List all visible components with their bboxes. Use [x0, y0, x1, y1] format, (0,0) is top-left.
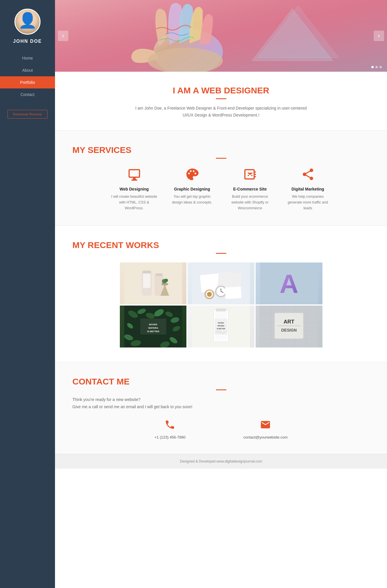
intro-section: I AM A WEB DESIGNER I am John Doe, a Fre…: [55, 72, 387, 130]
download-resume-button[interactable]: Download Resume: [8, 110, 47, 119]
sidebar-name: JOHN DOE: [13, 39, 42, 44]
svg-text:IS BETTER: IS BETTER: [217, 328, 225, 330]
work-item-4[interactable]: BOXED WATERA IS BETTER: [120, 306, 187, 347]
footer-text: Designed & Developed www.digitaldesignjo…: [180, 459, 262, 463]
svg-rect-9: [143, 273, 150, 288]
main-content: ‹ › I AM A WEB DESIGNER I am John Doe, a…: [55, 0, 387, 588]
slider-prev-button[interactable]: ‹: [58, 31, 68, 41]
intro-title-plain: I AM A: [173, 86, 201, 95]
hero-illustration: [55, 0, 387, 72]
slider-dot-1[interactable]: [371, 66, 374, 68]
service-web-designing: Web Designing I will create beautiful we…: [111, 167, 157, 211]
speaker-icon: [285, 167, 331, 183]
works-section: MY RECENT WORKS: [55, 226, 387, 362]
services-section: MY SERVICES Web Designing I will create …: [55, 131, 387, 225]
contact-section: CONTACT ME Think you're ready for a new …: [55, 362, 387, 454]
service-graphic-name: Graphic Designing: [169, 187, 215, 191]
slider-dots: [371, 66, 382, 68]
services-title-plain: MY: [72, 145, 88, 155]
svg-rect-8: [142, 271, 151, 273]
sidebar-item-home[interactable]: Home: [0, 52, 55, 64]
svg-rect-25: [225, 286, 241, 299]
work-item-2[interactable]: [188, 262, 254, 304]
hero-slider: ‹ ›: [55, 0, 387, 72]
slider-next-button[interactable]: ›: [374, 31, 384, 41]
slider-dot-3[interactable]: [379, 66, 382, 68]
svg-text:A: A: [280, 269, 298, 298]
service-ecommerce: E-Commerce Site Build your ecommerce web…: [227, 167, 273, 211]
svg-text:BOXED: BOXED: [218, 322, 224, 324]
svg-text:IS BETTER: IS BETTER: [147, 330, 159, 333]
contact-subtitle: Think you're ready for a new website? Gi…: [72, 396, 370, 411]
service-marketing-name: Digital Marketing: [285, 187, 331, 191]
contact-phone: +1 (123) 456-7890: [155, 419, 186, 439]
phone-icon: [164, 419, 175, 433]
cart-icon: [227, 167, 273, 183]
service-graphic-desc: You will get top graphic design ideas & …: [169, 194, 215, 205]
services-grid: Web Designing I will create beautiful we…: [72, 167, 370, 211]
works-title: MY RECENT WORKS: [72, 240, 370, 250]
works-underline: [216, 253, 226, 254]
work-item-1[interactable]: [120, 262, 187, 304]
avatar: [14, 9, 41, 35]
svg-text:WATERA: WATERA: [148, 327, 158, 329]
svg-text:DESIGN: DESIGN: [281, 328, 297, 332]
service-web-name: Web Designing: [111, 187, 157, 191]
intro-underline: [216, 98, 226, 99]
contact-underline: [216, 389, 226, 390]
monitor-icon: [111, 167, 157, 183]
footer: Designed & Developed www.digitaldesignjo…: [55, 454, 387, 469]
contact-email-value: contact@yourwebsite.com: [243, 435, 288, 439]
svg-point-15: [164, 279, 168, 282]
email-icon: [260, 419, 271, 433]
service-graphic-designing: Graphic Designing You will get top graph…: [169, 167, 215, 211]
works-title-plain: MY RECENT: [72, 240, 126, 250]
svg-rect-6: [124, 262, 182, 304]
work-item-5[interactable]: BOXED WATERA IS BETTER: [188, 306, 254, 347]
svg-text:ART: ART: [284, 319, 294, 325]
service-ecommerce-desc: Build your ecommerce website with Shopif…: [227, 194, 273, 211]
slider-dot-2[interactable]: [375, 66, 378, 68]
works-title-accent: WORKS: [126, 240, 159, 250]
services-underline: [216, 158, 226, 159]
service-digital-marketing: Digital Marketing We help companies gene…: [285, 167, 331, 211]
svg-text:WATERA: WATERA: [218, 325, 224, 327]
sidebar-item-about[interactable]: About: [0, 64, 55, 76]
intro-title-accent: WEB DESIGNER: [201, 86, 269, 95]
intro-description: I am John Doe, a Freelance Web Designer …: [134, 105, 308, 119]
palette-icon: [169, 167, 215, 183]
sidebar-item-contact[interactable]: Contact: [0, 88, 55, 101]
sidebar: JOHN DOE Home About Portfolio Contact Do…: [0, 0, 55, 588]
service-marketing-desc: We help companies generate more traffic …: [285, 194, 331, 211]
contact-methods: +1 (123) 456-7890 contact@yourwebsite.co…: [72, 419, 370, 439]
contact-email: contact@yourwebsite.com: [243, 419, 288, 439]
svg-text:BOXED: BOXED: [149, 323, 157, 326]
services-title: MY SERVICES: [72, 145, 370, 155]
sidebar-item-portfolio[interactable]: Portfolio: [0, 76, 55, 88]
works-grid: A: [120, 262, 322, 347]
work-item-3[interactable]: A: [256, 262, 322, 304]
service-web-desc: I will create beautiful website with HTM…: [111, 194, 157, 211]
work-item-6[interactable]: ART DESIGN: [256, 306, 322, 347]
svg-rect-52: [216, 308, 226, 311]
contact-subtitle-line2: Give me a call or send me an email and I…: [72, 404, 192, 409]
contact-title: CONTACT ME: [72, 377, 370, 387]
service-ecommerce-name: E-Commerce Site: [227, 187, 273, 191]
contact-title-plain: CONTACT: [72, 377, 117, 386]
intro-title: I AM A WEB DESIGNER: [90, 86, 352, 95]
avatar-image: [15, 9, 40, 35]
svg-point-24: [207, 292, 212, 297]
contact-subtitle-line1: Think you're ready for a new website?: [72, 397, 140, 402]
svg-rect-11: [155, 273, 162, 276]
contact-phone-value: +1 (123) 456-7890: [155, 435, 186, 439]
services-title-accent: SERVICES: [88, 145, 131, 155]
sidebar-nav: Home About Portfolio Contact: [0, 52, 55, 101]
contact-title-accent: ME: [117, 377, 130, 386]
